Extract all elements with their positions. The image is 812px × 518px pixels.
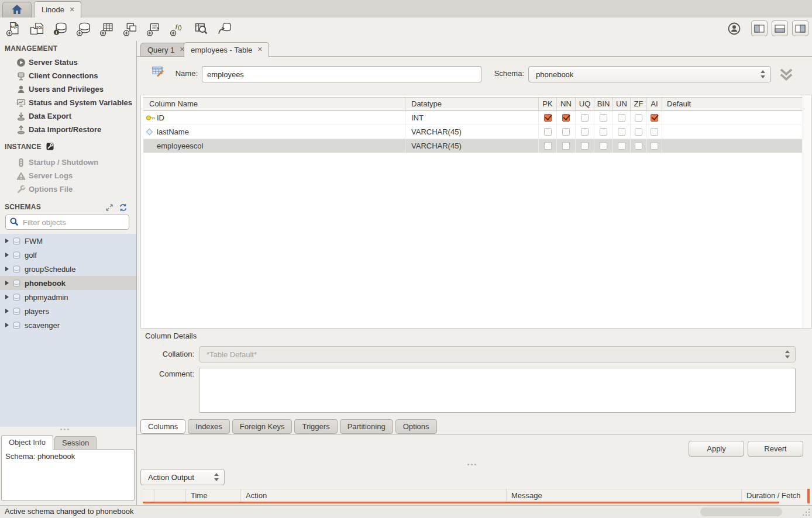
toggle-right-panel-icon[interactable] [792, 20, 808, 36]
schema-item-phpmyadmin[interactable]: phpmyadmin [0, 290, 136, 304]
create-schema-icon[interactable] [76, 21, 92, 37]
new-sql-tab-icon[interactable]: SQL [6, 21, 22, 37]
expander-icon[interactable] [5, 239, 9, 243]
schema-item-phonebook[interactable]: phonebook [0, 276, 136, 290]
horizontal-scrollbar[interactable] [700, 507, 782, 516]
schema-item-golf[interactable]: golf [0, 248, 136, 262]
table-name-input[interactable] [202, 66, 481, 82]
spinner-icon[interactable] [760, 70, 765, 78]
checkbox-pk[interactable] [539, 125, 557, 139]
schema-dropdown[interactable]: phonebook [528, 66, 771, 82]
expander-icon[interactable] [5, 267, 9, 271]
schema-item-groupschedule[interactable]: groupSchedule [0, 262, 136, 276]
tab-options[interactable]: Options [395, 419, 437, 434]
column-row-id[interactable]: ID INT [143, 111, 802, 125]
revert-button[interactable]: Revert [748, 441, 803, 457]
cell-default[interactable] [662, 111, 802, 125]
schema-item-fwm[interactable]: FWM [0, 234, 136, 248]
column-row-lastname[interactable]: lastName VARCHAR(45) [143, 125, 802, 139]
tab-foreign-keys[interactable]: Foreign Keys [232, 419, 293, 434]
expander-icon[interactable] [5, 281, 9, 285]
checkbox-bin[interactable] [594, 111, 613, 125]
close-icon[interactable] [256, 46, 264, 54]
tab-partitioning[interactable]: Partitioning [340, 419, 393, 434]
collation-dropdown[interactable]: *Table Default* [199, 346, 796, 362]
mysql-workbench-window: Linode SQL SQL i [0, 0, 812, 518]
checkbox-nn[interactable] [557, 111, 576, 125]
checkbox-uq[interactable] [576, 111, 594, 125]
refresh-schemas-icon[interactable] [119, 203, 128, 213]
checkbox-bin[interactable] [594, 125, 613, 139]
grid-vertical-scrollbar[interactable] [803, 95, 811, 328]
column-row-employeescol[interactable]: employeescol VARCHAR(45) [143, 139, 802, 153]
sidebar-item-status-system-variables[interactable]: Status and System Variables [0, 96, 136, 109]
sidebar-item-options-file[interactable]: Options File [0, 182, 136, 196]
checkbox-un[interactable] [613, 125, 631, 139]
toggle-left-panel-icon[interactable] [751, 20, 768, 36]
close-icon[interactable] [68, 6, 76, 14]
checkbox-zf[interactable] [631, 111, 647, 125]
schema-item-players[interactable]: players [0, 304, 136, 318]
output-header-time: Time [186, 489, 241, 502]
create-table-icon[interactable] [99, 21, 115, 37]
sidebar-item-server-status[interactable]: Server Status [0, 56, 136, 69]
open-sql-script-icon[interactable]: SQL [29, 21, 45, 37]
expander-icon[interactable] [5, 323, 9, 327]
tab-indexes[interactable]: Indexes [188, 419, 230, 434]
create-function-icon[interactable]: f() [170, 21, 185, 37]
checkbox-un[interactable] [613, 139, 631, 153]
checkbox-ai[interactable] [647, 139, 662, 153]
expander-icon[interactable] [5, 253, 9, 257]
toggle-bottom-panel-icon[interactable] [772, 20, 788, 36]
instance-config-icon [46, 143, 54, 150]
resize-grip[interactable] [803, 509, 810, 516]
tab-columns[interactable]: Columns [140, 419, 185, 434]
checkbox-nn[interactable] [557, 125, 576, 139]
sidebar-item-users-privileges[interactable]: Users and Privileges [0, 82, 136, 96]
sidebar-splitter[interactable] [60, 429, 75, 431]
checkbox-uq[interactable] [576, 139, 594, 153]
apply-button[interactable]: Apply [689, 441, 744, 457]
reconnect-dbms-icon[interactable] [216, 21, 232, 37]
expander-icon[interactable] [5, 295, 9, 299]
checkbox-pk[interactable] [539, 139, 557, 153]
sidebar-item-data-export[interactable]: Data Export [0, 109, 136, 123]
checkbox-zf[interactable] [631, 139, 647, 153]
checkbox-nn[interactable] [557, 139, 576, 153]
expander-icon[interactable] [5, 309, 9, 313]
create-procedure-icon[interactable] [146, 21, 162, 37]
cell-default[interactable] [662, 125, 802, 139]
schema-item-scavenger[interactable]: scavenger [0, 318, 136, 332]
sidebar-item-data-import[interactable]: Data Import/Restore [0, 123, 136, 136]
output-selector-dropdown[interactable]: Action Output [140, 469, 225, 485]
expand-schemas-icon[interactable] [105, 203, 113, 213]
cell-default[interactable] [662, 139, 802, 153]
spinner-icon[interactable] [214, 473, 219, 481]
user-icon[interactable] [727, 22, 741, 36]
checkbox-uq[interactable] [576, 125, 594, 139]
checkbox-un[interactable] [613, 111, 631, 125]
checkbox-pk[interactable] [539, 111, 557, 125]
connection-tab[interactable]: Linode [34, 1, 81, 18]
checkbox-ai[interactable] [647, 125, 662, 139]
tab-session[interactable]: Session [54, 436, 97, 450]
checkbox-bin[interactable] [594, 139, 613, 153]
schema-filter-input[interactable] [22, 217, 127, 227]
expand-header-chevron-icon[interactable] [778, 67, 794, 84]
sidebar-item-server-logs[interactable]: Server Logs [0, 169, 136, 182]
sidebar-item-client-connections[interactable]: Client Connections [0, 69, 136, 82]
tab-employees-table[interactable]: employees - Table [184, 42, 269, 57]
checkbox-ai[interactable] [647, 111, 662, 125]
search-data-icon[interactable] [193, 21, 209, 37]
create-view-icon[interactable] [123, 21, 139, 37]
editor-tab-bar: Query 1 employees - Table [137, 41, 812, 57]
tab-triggers[interactable]: Triggers [294, 419, 337, 434]
sidebar-item-startup-shutdown[interactable]: Startup / Shutdown [0, 156, 136, 169]
tab-object-info[interactable]: Object Info [1, 435, 53, 450]
checkbox-zf[interactable] [631, 125, 647, 139]
home-tab[interactable] [2, 2, 32, 18]
output-splitter[interactable] [467, 464, 476, 465]
schema-inspector-icon[interactable]: i [53, 21, 68, 37]
comment-textarea[interactable] [199, 368, 796, 413]
column-details-title: Column Details [145, 331, 197, 340]
